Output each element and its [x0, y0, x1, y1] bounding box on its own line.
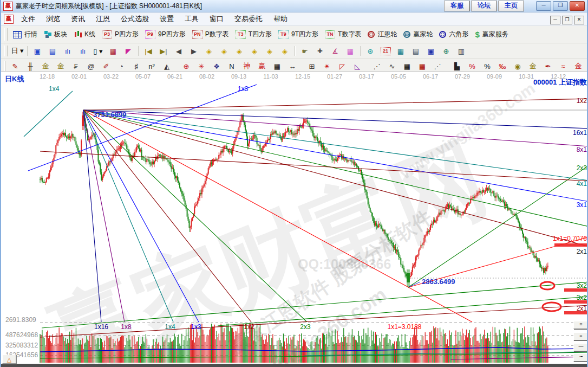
calendar-icon[interactable]: 21 — [378, 46, 393, 57]
gann-pencil-icon[interactable]: ✎ — [8, 61, 23, 72]
kline-plot[interactable]: 赢家财富网 赢家江恩软件 股票分析软件 www.yingjia360.com w… — [1, 72, 588, 364]
menu-item-设置[interactable]: 设置 — [154, 12, 179, 25]
menu-item-资讯[interactable]: 资讯 — [66, 12, 90, 25]
slash-steps-icon[interactable]: ⋰ — [369, 61, 384, 72]
diamond-plus-icon[interactable]: ◈ — [277, 46, 292, 57]
menu-item-窗口[interactable]: 窗口 — [204, 12, 229, 25]
tool-P数字表[interactable]: PNP数字表 — [189, 29, 232, 40]
pencil-ruler-icon[interactable]: ✐ — [99, 61, 114, 72]
gold-section-icon[interactable]: 金 — [38, 61, 53, 72]
pane-slider-button[interactable]: ╼ — [573, 353, 588, 362]
web-grid-icon[interactable]: ❖ — [209, 61, 224, 72]
percent-retrace-icon[interactable]: % — [465, 61, 480, 72]
bars-9-icon[interactable]: ılı — [75, 46, 90, 57]
minimize-button[interactable]: ─ — [536, 1, 551, 11]
span-measure-icon[interactable]: ↔ — [285, 61, 300, 72]
pane-two-thirds-button[interactable]: = — [573, 332, 588, 340]
tool-赢家服务[interactable]: $赢家服务 — [472, 29, 511, 40]
info-panel-icon[interactable]: ▤ — [45, 46, 60, 57]
channel-wave-icon[interactable]: ≈ — [556, 61, 571, 72]
bars-3-icon[interactable]: ılı — [60, 46, 75, 57]
gold-section-alt-icon[interactable]: 金 — [53, 61, 68, 72]
tool-六角形[interactable]: 六角形 — [436, 29, 472, 40]
diamond-left-icon[interactable]: ◈ — [201, 46, 217, 57]
comb-lines-icon[interactable]: ♯ — [129, 61, 144, 72]
pane-full-button[interactable]: ≡ — [573, 321, 588, 329]
quick-button-1[interactable]: 客服 — [444, 1, 470, 11]
next-bar-icon[interactable]: ▶ — [186, 46, 201, 57]
box-rays-icon[interactable]: ◸ — [335, 61, 350, 72]
prev-bar-icon[interactable]: ◀ — [171, 46, 186, 57]
mirror-angle-icon[interactable]: ◭ — [159, 61, 174, 72]
fan-grid-icon[interactable]: ◺ — [350, 61, 365, 72]
gold-box-icon[interactable]: 金 — [571, 61, 586, 72]
close-button[interactable]: ✕ — [570, 1, 585, 11]
diamond-expand-icon[interactable]: ◈ — [232, 46, 247, 57]
target-cross-icon[interactable]: ⊕ — [179, 61, 194, 72]
menu-close-button[interactable]: ✕ — [574, 16, 584, 24]
pane-expand-button[interactable]: △ — [2, 355, 16, 364]
angle-measure-icon[interactable]: ∡ — [328, 46, 343, 57]
menu-item-工具[interactable]: 工具 — [179, 12, 204, 25]
menu-item-文件[interactable]: 文件 — [16, 12, 41, 25]
parallel-lines-icon[interactable]: ⋰ — [430, 61, 445, 72]
star-rays-icon[interactable]: ✳ — [194, 61, 209, 72]
shen-tool-icon[interactable]: 神 — [239, 61, 254, 72]
spiral-icon[interactable]: @ — [83, 61, 99, 72]
permille-icon[interactable]: ‰ — [495, 61, 510, 72]
tool-江恩轮[interactable]: 江恩轮 — [364, 29, 400, 40]
tool-赢家轮[interactable]: Big赢家轮 — [400, 29, 436, 40]
pane-grid-icon[interactable]: ⊞ — [304, 61, 319, 72]
hand-drag-icon[interactable]: ☛ — [297, 46, 312, 57]
gann-grid-icon[interactable]: ▦ — [343, 46, 358, 57]
quick-button-3[interactable]: 主页 — [498, 1, 524, 11]
red-rays-icon[interactable]: ✴ — [319, 61, 335, 72]
zigzag-icon[interactable]: ∿ — [384, 61, 400, 72]
cycle-box-icon[interactable]: ▦ — [106, 46, 121, 57]
tool-9T四方形[interactable]: T99T四方形 — [275, 29, 322, 40]
notepad-icon[interactable]: ▤ — [408, 46, 423, 57]
time-cycle-icon[interactable]: ◔ — [114, 61, 129, 72]
pc-sync-icon[interactable]: ▥ — [454, 46, 469, 57]
tool-K线[interactable]: K线 — [70, 29, 99, 40]
n-square-icon[interactable]: n² — [144, 61, 159, 72]
last-bar-icon[interactable]: ▶| — [156, 46, 171, 57]
black-grid-icon[interactable]: ▦ — [400, 61, 415, 72]
menu-item-帮助[interactable]: 帮助 — [268, 12, 293, 25]
chart-area[interactable]: 日K线 12-1802-0103-2205-0706-2108-0209-131… — [1, 72, 588, 364]
tool-9P四方形[interactable]: P99P四方形 — [142, 29, 189, 40]
tool-T数字表[interactable]: TNT数字表 — [322, 29, 364, 40]
time-ruler-icon[interactable]: ╫ — [23, 61, 38, 72]
menu-item-浏览[interactable]: 浏览 — [41, 12, 66, 25]
quick-button-2[interactable]: 论坛 — [471, 1, 497, 11]
pattern-restore-icon[interactable]: ▣ — [30, 46, 45, 57]
diamond-star-icon[interactable]: ◈ — [262, 46, 277, 57]
period-day-dropdown[interactable]: 日 ▾ — [10, 46, 25, 57]
restore-button[interactable]: ❐ — [553, 1, 568, 11]
menu-restore-button[interactable]: ❐ — [562, 16, 572, 24]
pane-one-third-button[interactable]: — — [573, 343, 588, 351]
color-chart-icon[interactable]: ◤ — [121, 46, 136, 57]
tool-行情[interactable]: 行情 — [10, 29, 41, 40]
menu-item-江恩[interactable]: 江恩 — [90, 12, 115, 25]
tool-T四方形[interactable]: T3T四方形 — [232, 29, 275, 40]
diamond-cross-icon[interactable]: ◈ — [247, 46, 262, 57]
tool-板块[interactable]: 板块 — [41, 29, 70, 40]
grid-123-icon[interactable]: ▦ — [270, 61, 285, 72]
horizontal-scrollbar[interactable] — [1, 364, 588, 367]
first-bar-icon[interactable]: |◀ — [141, 46, 156, 57]
menu-item-公式选股[interactable]: 公式选股 — [115, 12, 154, 25]
diamond-right-icon[interactable]: ◈ — [217, 46, 232, 57]
menu-item-交易委托[interactable]: 交易委托 — [229, 12, 268, 25]
fibonacci-f-icon[interactable]: ₣ — [68, 61, 83, 72]
j-angle-icon[interactable]: J — [586, 61, 588, 72]
ying-tool-icon[interactable]: 赢 — [254, 61, 270, 72]
notch-mark-icon[interactable]: N — [224, 61, 239, 72]
crosshair-icon[interactable]: + — [312, 46, 328, 57]
price-columns-icon[interactable]: ▙ — [449, 61, 465, 72]
percent-icon[interactable]: % — [480, 61, 495, 72]
gold-line-icon[interactable]: 金 — [525, 61, 540, 72]
red-grid-icon[interactable]: ▦ — [415, 61, 430, 72]
tool-P四方形[interactable]: P3P四方形 — [99, 29, 142, 40]
save-disk-icon[interactable]: ▣ — [423, 46, 439, 57]
